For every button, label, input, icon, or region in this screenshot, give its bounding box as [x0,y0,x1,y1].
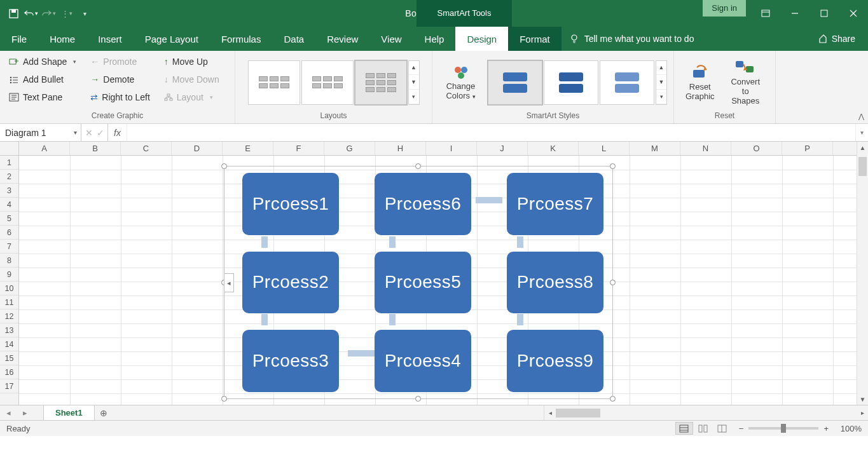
name-box[interactable]: Diagram 1▾ [0,124,81,141]
sign-in-button[interactable]: Sign in [703,0,746,17]
row-header[interactable]: 14 [0,337,18,351]
view-normal-icon[interactable] [675,422,693,435]
add-bullet-button[interactable]: Add Bullet [6,71,79,88]
row-header[interactable]: 9 [0,268,18,282]
row-header[interactable]: 4 [0,198,18,212]
row-header[interactable]: 7 [0,240,18,254]
sheet-nav-next-icon[interactable]: ▸ [17,405,33,420]
tab-help[interactable]: Help [413,27,456,51]
column-header[interactable]: P [782,142,833,155]
row-header[interactable]: 12 [0,309,18,323]
sheet-nav-prev-icon[interactable]: ◂ [0,405,17,420]
resize-handle-nw[interactable] [221,163,227,169]
formula-input[interactable] [127,124,855,141]
row-header[interactable]: 2 [0,170,18,184]
vertical-scrollbar[interactable]: ▲ ▼ [857,142,868,405]
smartart-box-7[interactable]: Prcoess3 [242,330,339,392]
resize-handle-sw[interactable] [221,396,227,402]
change-colors-button[interactable]: Change Colors ▾ [439,62,483,104]
column-header[interactable]: I [426,142,477,155]
move-down-button[interactable]: ↓Move Down [162,71,222,88]
row-header[interactable]: 5 [0,212,18,226]
zoom-percent[interactable]: 100% [834,424,862,433]
row-header[interactable]: 3 [0,184,18,198]
scroll-thumb[interactable] [556,409,600,418]
column-header[interactable]: L [579,142,630,155]
resize-handle-se[interactable] [610,396,616,402]
row-header[interactable]: 11 [0,295,18,309]
resize-handle-n[interactable] [415,163,421,169]
share-button[interactable]: Share [806,27,868,51]
text-pane-expander[interactable]: ◂ [224,273,234,292]
smartart-box-9[interactable]: Prcoess9 [507,330,603,392]
scroll-up-icon[interactable]: ▲ [857,142,868,153]
zoom-in-icon[interactable]: + [823,424,829,433]
smartart-box-5[interactable]: Prcoess5 [375,252,471,314]
resize-handle-s[interactable] [415,396,421,402]
enter-icon[interactable]: ✓ [97,128,104,138]
scroll-down-icon[interactable]: ▼ [857,393,868,405]
style-thumb-2[interactable] [544,60,598,105]
row-header[interactable]: 1 [0,156,18,170]
smartart-box-2[interactable]: Prcoess6 [375,173,471,235]
zoom-out-icon[interactable]: − [739,424,744,433]
text-pane-button[interactable]: Text Pane [6,89,79,105]
tab-home[interactable]: Home [38,27,86,51]
tab-page-layout[interactable]: Page Layout [134,27,210,51]
row-header[interactable]: 8 [0,254,18,268]
view-page-break-icon[interactable] [713,422,731,435]
qat-customize-icon[interactable]: ▾ [78,6,92,20]
row-header[interactable]: 16 [0,365,18,379]
gallery-up-icon[interactable]: ▲ [656,61,666,76]
row-header[interactable]: 6 [0,226,18,240]
resize-handle-ne[interactable] [610,163,616,169]
right-to-left-button[interactable]: ⇄Right to Left [88,89,153,105]
ribbon-display-icon[interactable] [751,0,780,27]
scroll-left-icon[interactable]: ◂ [544,409,556,416]
smartart-object[interactable]: ◂ Prcoess1 Prcoess6 Prcoess7 Prcoess2 Pr… [224,166,613,399]
column-header[interactable]: A [19,142,70,155]
tab-review[interactable]: Review [315,27,369,51]
chevron-down-icon[interactable]: ▾ [74,129,77,136]
column-header[interactable]: J [477,142,528,155]
column-header[interactable]: N [680,142,731,155]
tab-file[interactable]: File [0,27,38,51]
gallery-down-icon[interactable]: ▼ [409,75,419,90]
smartart-box-1[interactable]: Prcoess1 [242,173,339,235]
reset-graphic-button[interactable]: Reset Graphic [680,61,720,104]
redo-icon[interactable]: ▾ [42,6,56,20]
view-page-layout-icon[interactable] [694,422,712,435]
scroll-thumb[interactable] [858,157,867,176]
save-icon[interactable] [6,6,20,20]
cancel-icon[interactable]: ✕ [85,128,93,138]
column-header[interactable]: C [121,142,172,155]
minimize-icon[interactable] [780,0,809,27]
column-header[interactable]: B [70,142,121,155]
tell-me-search[interactable]: Tell me what you want to do [561,27,702,51]
qat-menu-icon[interactable]: ⋮▾ [60,6,74,20]
column-header[interactable]: E [223,142,273,155]
horizontal-scrollbar[interactable]: ◂ ▸ [544,405,868,420]
column-header[interactable]: D [172,142,223,155]
tab-formulas[interactable]: Formulas [210,27,273,51]
tab-format[interactable]: Format [508,27,561,51]
smartart-box-8[interactable]: Prcoess4 [375,330,471,392]
column-header[interactable]: G [324,142,375,155]
gallery-down-icon[interactable]: ▼ [656,75,666,90]
column-header[interactable]: M [630,142,680,155]
column-header[interactable]: H [375,142,426,155]
gallery-up-icon[interactable]: ▲ [409,61,419,76]
style-thumb-1[interactable] [488,60,542,105]
row-header[interactable]: 15 [0,351,18,365]
new-sheet-button[interactable]: ⊕ [95,405,113,420]
column-header[interactable]: K [528,142,579,155]
gallery-more-icon[interactable]: ▾ [656,90,666,104]
scroll-right-icon[interactable]: ▸ [857,409,868,416]
formula-expand-icon[interactable]: ▾ [855,124,868,141]
move-up-button[interactable]: ↑Move Up [162,53,222,70]
row-header[interactable]: 17 [0,379,18,393]
undo-icon[interactable]: ▾ [24,6,38,20]
column-header[interactable]: F [273,142,324,155]
convert-to-shapes-button[interactable]: Convert to Shapes [722,56,769,109]
tab-insert[interactable]: Insert [86,27,134,51]
